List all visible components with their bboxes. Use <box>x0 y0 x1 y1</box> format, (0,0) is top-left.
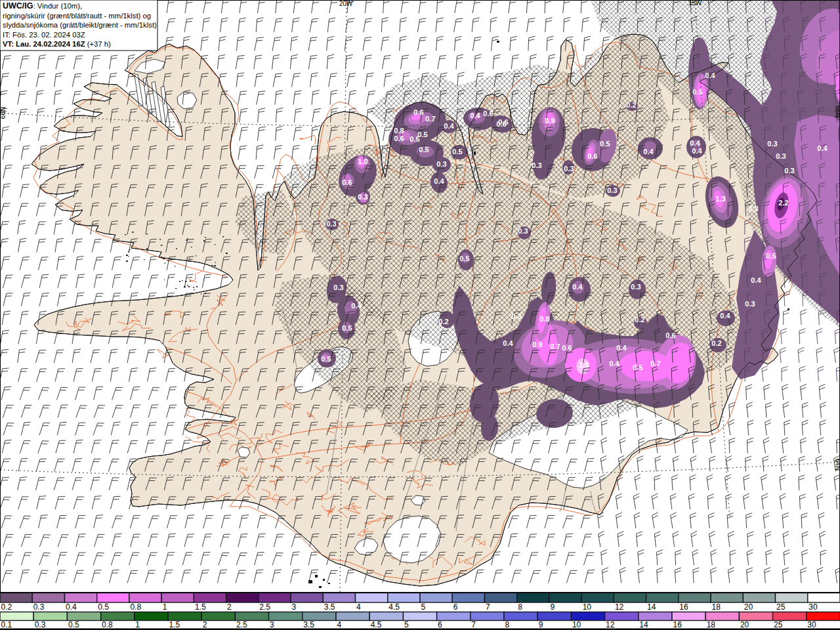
svg-text:0.5: 0.5 <box>766 252 776 260</box>
svg-text:16: 16 <box>673 620 682 629</box>
svg-text:0.9: 0.9 <box>545 117 555 125</box>
svg-text:0.8: 0.8 <box>102 620 113 629</box>
svg-text:20: 20 <box>744 602 753 612</box>
svg-text:0.3: 0.3 <box>358 193 368 201</box>
svg-text:2.5: 2.5 <box>236 620 247 629</box>
svg-text:9: 9 <box>550 602 555 612</box>
svg-text:15W: 15W <box>688 0 702 7</box>
svg-text:25: 25 <box>774 620 783 629</box>
svg-text:0.7: 0.7 <box>650 360 660 368</box>
svg-text:0.2: 0.2 <box>626 101 636 109</box>
svg-text:4.5: 4.5 <box>388 602 400 612</box>
svg-text:16: 16 <box>679 602 688 612</box>
svg-text:0.3: 0.3 <box>784 167 794 175</box>
svg-text:7: 7 <box>471 620 476 629</box>
svg-text:0.3: 0.3 <box>511 312 521 320</box>
svg-text:0.6: 0.6 <box>342 178 352 186</box>
svg-text:18: 18 <box>712 602 721 612</box>
svg-text:14: 14 <box>647 602 656 612</box>
svg-text:0.9: 0.9 <box>532 341 542 348</box>
svg-text:0.3: 0.3 <box>607 186 617 194</box>
svg-text:12: 12 <box>606 620 615 629</box>
svg-text:0.6: 0.6 <box>587 152 597 160</box>
svg-text:0.4: 0.4 <box>351 302 362 310</box>
svg-text:4: 4 <box>337 620 342 629</box>
svg-text:0.2: 0.2 <box>711 339 721 347</box>
svg-text:0.3: 0.3 <box>532 161 541 169</box>
svg-text:0.5: 0.5 <box>452 148 462 156</box>
svg-text:7: 7 <box>486 602 490 612</box>
svg-text:8: 8 <box>518 602 522 612</box>
svg-text:0.3: 0.3 <box>776 152 786 160</box>
svg-text:2.5: 2.5 <box>259 602 270 612</box>
svg-text:0.8: 0.8 <box>539 315 549 323</box>
svg-text:0.8: 0.8 <box>130 602 141 612</box>
svg-text:4: 4 <box>356 602 361 612</box>
svg-text:20W: 20W <box>339 0 353 7</box>
svg-text:0.7: 0.7 <box>550 343 560 350</box>
svg-text:0.3: 0.3 <box>564 165 574 173</box>
svg-text:0.4: 0.4 <box>817 144 828 152</box>
svg-text:0.2: 0.2 <box>438 318 448 326</box>
svg-text:2: 2 <box>203 620 207 629</box>
svg-text:0.5: 0.5 <box>342 324 352 332</box>
svg-text:30: 30 <box>808 602 818 612</box>
svg-text:0.6: 0.6 <box>665 331 675 339</box>
svg-text:0.3: 0.3 <box>326 220 336 228</box>
svg-text:2: 2 <box>227 602 232 612</box>
svg-text:0.4: 0.4 <box>692 147 702 155</box>
svg-text:0.6: 0.6 <box>413 108 423 116</box>
svg-text:0.3: 0.3 <box>748 205 758 213</box>
svg-text:3.5: 3.5 <box>303 620 314 629</box>
svg-text:0.1: 0.1 <box>1 620 12 629</box>
svg-text:6: 6 <box>438 620 442 629</box>
svg-text:0.6: 0.6 <box>562 344 572 352</box>
svg-text:0.3: 0.3 <box>33 602 45 612</box>
svg-text:66N: 66N <box>834 106 840 117</box>
svg-text:0.4: 0.4 <box>609 360 620 368</box>
svg-text:2.2: 2.2 <box>778 199 788 207</box>
svg-text:0.4: 0.4 <box>503 339 513 347</box>
svg-text:25: 25 <box>776 602 786 612</box>
svg-text:18: 18 <box>707 620 716 629</box>
svg-text:3.5: 3.5 <box>324 602 335 612</box>
svg-text:30: 30 <box>807 620 816 629</box>
svg-text:0.6: 0.6 <box>483 110 493 117</box>
svg-text:0.5: 0.5 <box>98 602 109 612</box>
svg-text:12: 12 <box>615 602 624 612</box>
svg-text:20: 20 <box>740 620 749 629</box>
svg-text:0.4: 0.4 <box>434 177 444 185</box>
svg-text:0.5: 0.5 <box>321 355 331 363</box>
svg-text:0.4: 0.4 <box>720 312 730 320</box>
svg-text:0.6: 0.6 <box>394 135 404 142</box>
svg-text:0.3: 0.3 <box>745 300 755 308</box>
svg-text:0.3: 0.3 <box>333 284 343 291</box>
svg-text:0.4: 0.4 <box>444 122 454 130</box>
svg-text:0.8: 0.8 <box>394 127 404 135</box>
svg-text:0.6: 0.6 <box>496 120 506 128</box>
svg-text:14: 14 <box>639 620 648 629</box>
svg-text:1.3: 1.3 <box>715 195 725 203</box>
svg-text:0.5: 0.5 <box>600 140 610 148</box>
svg-text:4.5: 4.5 <box>371 620 382 629</box>
svg-text:1.0: 1.0 <box>358 158 368 165</box>
svg-text:1: 1 <box>135 620 140 629</box>
svg-text:66N: 66N <box>0 107 7 119</box>
svg-text:0.5: 0.5 <box>419 146 429 154</box>
svg-text:0.5: 0.5 <box>459 255 469 262</box>
svg-text:64N: 64N <box>834 459 840 471</box>
svg-text:0.3: 0.3 <box>436 160 446 168</box>
svg-text:0.4: 0.4 <box>705 72 715 79</box>
svg-text:0.4: 0.4 <box>470 112 480 119</box>
svg-text:0.4: 0.4 <box>66 602 77 612</box>
svg-text:0.4: 0.4 <box>616 344 627 352</box>
svg-text:9: 9 <box>539 620 543 629</box>
svg-text:0.5: 0.5 <box>417 131 427 138</box>
svg-text:6: 6 <box>453 602 458 612</box>
svg-text:0.4: 0.4 <box>643 148 654 156</box>
svg-text:0.4: 0.4 <box>572 283 583 291</box>
svg-text:3: 3 <box>292 602 297 612</box>
svg-text:0.4: 0.4 <box>690 139 700 147</box>
svg-text:8: 8 <box>505 620 510 629</box>
svg-text:0.5: 0.5 <box>633 364 642 371</box>
